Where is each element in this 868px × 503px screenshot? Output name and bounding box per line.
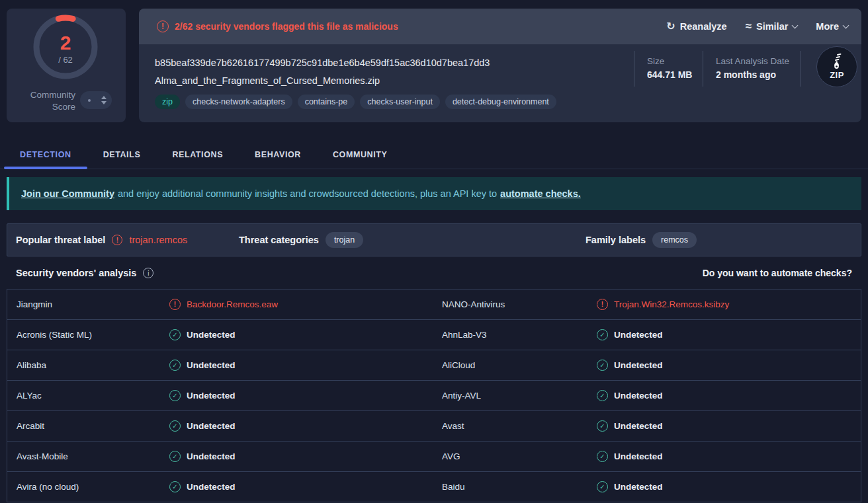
join-community-link[interactable]: Join our Community bbox=[21, 188, 114, 199]
divider bbox=[634, 51, 634, 87]
family-labels-group: Family labels remcos bbox=[586, 224, 697, 256]
vote-down-icon[interactable] bbox=[101, 101, 107, 104]
threat-category-pill[interactable]: trojan bbox=[326, 232, 363, 248]
vote-score-dot bbox=[88, 99, 91, 102]
info-icon[interactable]: i bbox=[143, 268, 153, 278]
detection-result: ✓Undetected bbox=[169, 481, 236, 492]
automate-checks-link[interactable]: automate checks. bbox=[500, 188, 581, 199]
family-label-pill[interactable]: remcos bbox=[652, 232, 697, 248]
verdict-strip: ! 2/62 security vendors flagged this fil… bbox=[139, 9, 861, 44]
vendor-name: NANO-Antivirus bbox=[434, 299, 597, 309]
check-icon: ✓ bbox=[597, 451, 608, 462]
table-row: Avira (no cloud)✓UndetectedBaidu✓Undetec… bbox=[7, 472, 861, 502]
popular-threat-group: Popular threat label ! trojan.remcos bbox=[16, 224, 187, 256]
check-icon: ✓ bbox=[597, 360, 608, 371]
file-summary: b85beaf339de7b62616177499b725c91dbe1e6b4… bbox=[139, 44, 861, 122]
threat-label-bar: Popular threat label ! trojan.remcos Thr… bbox=[7, 223, 861, 256]
reanalyze-button[interactable]: ↻ Reanalyze bbox=[666, 21, 726, 32]
vote-up-icon[interactable] bbox=[101, 96, 107, 99]
vendor-cell: Antiy-AVL✓Undetected bbox=[434, 381, 861, 410]
alert-icon: ! bbox=[169, 299, 181, 310]
vendor-name: AhnLab-V3 bbox=[434, 330, 597, 340]
community-score-label: Community Score bbox=[12, 89, 75, 113]
detection-result: ✓Undetected bbox=[597, 481, 663, 492]
detections-count: 2 bbox=[60, 32, 71, 54]
banner-text: and enjoy additional community insights … bbox=[118, 188, 497, 199]
divider bbox=[703, 51, 703, 87]
vendor-cell: Acronis (Static ML)✓Undetected bbox=[7, 320, 434, 350]
community-vote-widget[interactable] bbox=[80, 91, 112, 109]
table-row: ALYac✓UndetectedAntiy-AVL✓Undetected bbox=[7, 381, 861, 411]
tag-checks-user-input[interactable]: checks-user-input bbox=[360, 95, 440, 109]
vendor-name: Antiy-AVL bbox=[434, 391, 597, 401]
vote-arrows[interactable] bbox=[101, 96, 107, 104]
vendor-name: AliCloud bbox=[434, 360, 597, 370]
tab-details[interactable]: DETAILS bbox=[87, 141, 157, 169]
detection-result: ✓Undetected bbox=[169, 329, 236, 340]
detection-result: ✓Undetected bbox=[169, 420, 236, 432]
vendor-name: Acronis (Static ML) bbox=[7, 330, 169, 340]
check-icon: ✓ bbox=[597, 390, 608, 401]
automate-checks-prompt[interactable]: Do you want to automate checks? bbox=[703, 268, 852, 278]
verdict-text: 2/62 security vendors flagged this file … bbox=[175, 21, 398, 32]
last-analysis-label: Last Analysis Date bbox=[716, 56, 789, 66]
vendor-name: ALYac bbox=[7, 391, 169, 401]
detection-result-text: Undetected bbox=[187, 451, 236, 461]
tab-behavior[interactable]: BEHAVIOR bbox=[239, 141, 317, 169]
vendors-table: Jiangmin!Backdoor.Remcos.eawNANO-Antivir… bbox=[7, 289, 861, 502]
table-row: Jiangmin!Backdoor.Remcos.eawNANO-Antivir… bbox=[7, 290, 861, 320]
detection-result: ✓Undetected bbox=[597, 451, 663, 462]
detection-result: ✓Undetected bbox=[597, 360, 663, 371]
vendor-cell: ALYac✓Undetected bbox=[7, 381, 434, 410]
family-labels-label: Family labels bbox=[586, 235, 646, 245]
detection-result: ✓Undetected bbox=[597, 390, 663, 401]
detection-score-gauge: 2 / 62 bbox=[32, 14, 99, 80]
file-name: Alma_and_the_Fragments_of_Cursed_Memorie… bbox=[155, 75, 380, 86]
size-label: Size bbox=[647, 56, 692, 66]
tag-checks-network-adapters[interactable]: checks-network-adapters bbox=[185, 95, 292, 109]
alert-icon: ! bbox=[112, 235, 122, 245]
divider bbox=[801, 51, 801, 87]
detection-result-text: Undetected bbox=[614, 451, 663, 461]
table-row: Alibaba✓UndetectedAliCloud✓Undetected bbox=[7, 350, 861, 381]
popular-threat-label: Popular threat label bbox=[16, 235, 105, 245]
tab-detection[interactable]: DETECTION bbox=[4, 141, 87, 169]
report-tabs: DETECTION DETAILS RELATIONS BEHAVIOR COM… bbox=[0, 141, 868, 169]
tab-community[interactable]: COMMUNITY bbox=[317, 141, 403, 169]
check-icon: ✓ bbox=[169, 390, 181, 401]
vendor-name: AVG bbox=[434, 451, 597, 461]
detection-result: ✓Undetected bbox=[169, 390, 236, 401]
table-row: Arcabit✓UndetectedAvast✓Undetected bbox=[7, 411, 861, 442]
detection-result-text: Undetected bbox=[614, 391, 663, 401]
alert-icon: ! bbox=[597, 299, 608, 310]
vendor-cell: AVG✓Undetected bbox=[434, 442, 861, 471]
detection-result-text: Undetected bbox=[187, 391, 236, 401]
chevron-down-icon bbox=[792, 22, 799, 28]
check-icon: ✓ bbox=[169, 360, 181, 371]
check-icon: ✓ bbox=[169, 451, 181, 462]
detection-result-text: Trojan.Win32.Remcos.ksibzy bbox=[614, 299, 729, 309]
detection-result-text: Undetected bbox=[614, 482, 663, 492]
vendor-cell: Jiangmin!Backdoor.Remcos.eaw bbox=[7, 290, 434, 319]
detection-result: ✓Undetected bbox=[597, 329, 663, 340]
file-type-badge: ZIP bbox=[816, 46, 857, 87]
file-size-block: Size 644.71 MB bbox=[647, 56, 692, 80]
size-value: 644.71 MB bbox=[647, 69, 692, 80]
more-button[interactable]: More bbox=[816, 21, 848, 32]
tag-detect-debug-environment[interactable]: detect-debug-environment bbox=[445, 95, 556, 109]
similar-button[interactable]: ≈ Similar bbox=[746, 21, 798, 32]
tab-relations[interactable]: RELATIONS bbox=[156, 141, 239, 169]
tag-list: zip checks-network-adapters contains-pe … bbox=[155, 95, 556, 109]
vendor-name: Avira (no cloud) bbox=[7, 482, 169, 492]
tag-zip[interactable]: zip bbox=[155, 95, 180, 109]
similar-icon: ≈ bbox=[746, 22, 752, 31]
threat-categories-label: Threat categories bbox=[239, 235, 319, 245]
popular-threat-value[interactable]: trojan.remcos bbox=[129, 235, 187, 245]
tag-contains-pe[interactable]: contains-pe bbox=[298, 95, 355, 109]
detection-result-text: Undetected bbox=[187, 421, 236, 431]
detection-result: ✓Undetected bbox=[169, 451, 236, 462]
threat-categories-group: Threat categories trojan bbox=[239, 224, 363, 256]
detection-result-text: Backdoor.Remcos.eaw bbox=[187, 299, 278, 309]
vendors-analysis-title: Security vendors' analysis bbox=[16, 268, 136, 278]
detection-result-text: Undetected bbox=[187, 330, 236, 340]
